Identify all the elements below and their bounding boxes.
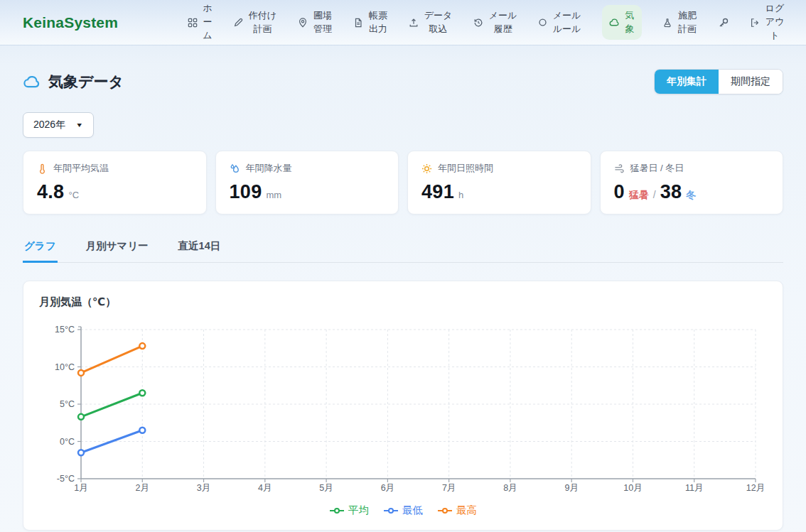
sun-icon [421,163,432,174]
page-header: 気象データ 年別集計 期間指定 [23,69,783,94]
nav-item-logout[interactable]: ログアウト [750,2,785,43]
chart-title: 月別気温（℃） [39,295,767,309]
key-icon[interactable] [718,17,729,28]
chevron-down-icon: ▼ [75,121,83,129]
stat-card-avg-temp: 年間平均気温 4.8 °C [23,151,207,215]
separator: / [653,189,656,200]
stat-card-extreme-days: 猛暑日 / 冬日 0 猛暑 / 38 冬 [600,151,784,215]
stat-unit: h [458,190,463,200]
nav-item-label: 帳票出力 [368,9,388,36]
view-toggle: 年別集計 期間指定 [654,69,783,94]
stat-label: 年間降水量 [246,162,292,175]
svg-text:10月: 10月 [623,483,642,493]
nav-item-label: メール履歴 [488,9,517,36]
svg-text:5月: 5月 [319,483,333,493]
svg-text:5°C: 5°C [60,399,75,409]
stat-value-cold: 38 [660,181,682,203]
nav-item-label: 圃場管理 [313,9,333,36]
hot-tag: 猛暑 [629,189,649,202]
stat-value: 109 [230,181,262,203]
stat-value-hot: 0 [614,181,625,203]
cloud-icon [609,17,620,28]
svg-text:6月: 6月 [381,483,394,493]
grid-icon [188,18,198,28]
nav-item-fertilization-plan[interactable]: 施肥計画 [662,9,697,36]
wind-icon [614,163,625,174]
nav-item-label: メールルール [552,9,581,36]
nav-item-mail-history[interactable]: メール履歴 [473,9,517,36]
legend-label: 最低 [402,504,423,517]
upload-icon [409,18,419,28]
svg-text:7月: 7月 [442,483,456,493]
content-tabs: グラフ 月別サマリー 直近14日 [23,234,783,263]
nav-item-label: データ取込 [424,9,453,36]
history-icon [473,18,483,28]
legend-label: 平均 [348,504,369,517]
nav-menu: ホーム 作付け計画 圃場管理 帳票出力 データ取込 [188,2,785,43]
main-content: 気象データ 年別集計 期間指定 2026年 ▼ 年間平均気温 4.8 °C [0,69,806,531]
legend-label: 最高 [456,504,477,517]
period-select-button[interactable]: 期間指定 [719,70,783,94]
yearly-summary-button[interactable]: 年別集計 [655,70,719,94]
circle-icon [538,18,547,27]
stat-value: 491 [421,181,454,203]
logout-icon [750,18,760,28]
stat-card-sunshine: 年間日照時間 491 h [407,151,591,215]
svg-text:9月: 9月 [564,483,578,493]
svg-text:3月: 3月 [197,483,210,493]
svg-text:-5°C: -5°C [57,474,75,484]
page-title: 気象データ [48,72,124,92]
nav-item-mail-rules[interactable]: メールルール [538,9,581,36]
droplet-icon [230,163,240,174]
chart-legend: 平均 最低 最高 [39,504,767,520]
nav-item-report-output[interactable]: 帳票出力 [353,9,388,36]
nav-item-planting-plan[interactable]: 作付け計画 [233,9,277,36]
stat-label: 猛暑日 / 冬日 [630,162,684,175]
legend-item-max[interactable]: 最高 [437,504,477,517]
nav-item-label: ログアウト [765,2,785,43]
stat-unit: mm [266,190,281,200]
nav-item-data-import[interactable]: データ取込 [409,9,453,36]
svg-text:1月: 1月 [74,483,87,493]
nav-item-label: 作付け計画 [248,9,277,36]
svg-text:8月: 8月 [503,483,517,493]
year-select-value: 2026年 [33,119,65,131]
tab-recent-14days[interactable]: 直近14日 [177,234,222,263]
pencil-icon [233,18,243,28]
stat-cards: 年間平均気温 4.8 °C 年間降水量 109 mm [23,151,783,215]
year-select[interactable]: 2026年 ▼ [23,112,94,138]
tab-graph[interactable]: グラフ [23,234,58,263]
svg-text:0°C: 0°C [60,437,75,447]
stat-unit: °C [68,190,79,200]
nav-item-weather[interactable]: 気象 [602,5,642,40]
svg-text:4月: 4月 [258,483,272,493]
monthly-temperature-chart-card: 月別気温（℃） 15°C10°C5°C0°C-5°C1月2月3月4月5月6月7月… [23,281,783,531]
nav-item-field-management[interactable]: 圃場管理 [298,9,333,36]
svg-text:10°C: 10°C [55,362,75,372]
app-logo[interactable]: KeinaSystem [23,14,118,31]
stat-card-precipitation: 年間降水量 109 mm [215,151,399,215]
flask-icon [662,18,672,28]
nav-item-label: ホーム [203,2,213,43]
top-navigation: KeinaSystem ホーム 作付け計画 圃場管理 帳票出力 [0,0,806,45]
cloud-title-icon [23,72,41,91]
tab-monthly-summary[interactable]: 月別サマリー [85,234,150,263]
stat-value: 4.8 [37,181,64,203]
cold-tag: 冬 [686,189,696,202]
nav-item-label: 施肥計画 [677,9,697,36]
thermometer-icon [37,163,48,174]
legend-item-min[interactable]: 最低 [383,504,423,517]
stat-label: 年間日照時間 [438,162,493,175]
svg-text:12月: 12月 [746,483,765,493]
svg-text:11月: 11月 [685,483,703,493]
chart-area: 15°C10°C5°C0°C-5°C1月2月3月4月5月6月7月8月9月10月1… [39,319,767,501]
stat-label: 年間平均気温 [53,162,109,175]
map-pin-icon [298,18,308,28]
document-icon [353,18,363,28]
nav-item-label: 気象 [625,9,635,36]
legend-item-average[interactable]: 平均 [329,504,369,517]
svg-text:2月: 2月 [136,483,149,493]
temperature-line-chart[interactable]: 15°C10°C5°C0°C-5°C1月2月3月4月5月6月7月8月9月10月1… [39,319,768,498]
nav-item-home[interactable]: ホーム [188,2,213,43]
svg-text:15°C: 15°C [55,325,75,335]
